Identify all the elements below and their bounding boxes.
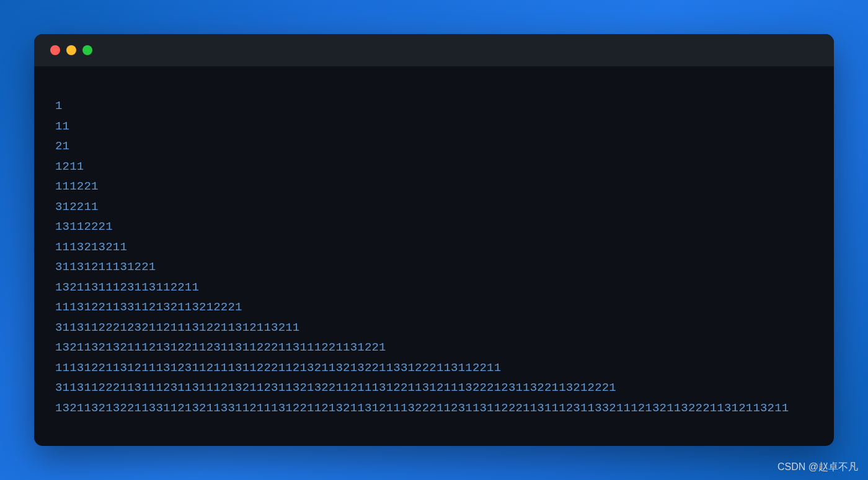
output-line: 1321132132211331121321133112111312211213… [55, 398, 813, 419]
output-line: 3113112221131112311311121321123113213221… [55, 378, 813, 398]
titlebar [34, 34, 834, 66]
output-line: 13211311123113112211 [55, 277, 813, 298]
output-line: 1113122113121113123112111311222112132113… [55, 358, 813, 378]
output-line: 1321132132111213122112311311222113111221… [55, 338, 813, 358]
output-line: 312211 [55, 197, 813, 217]
maximize-icon[interactable] [82, 45, 92, 55]
close-icon[interactable] [50, 45, 60, 55]
output-line: 1211 [55, 157, 813, 177]
output-line: 3113112221232112111312211312113211 [55, 318, 813, 338]
output-line: 1 [55, 96, 813, 116]
minimize-icon[interactable] [66, 45, 76, 55]
output-line: 1113213211 [55, 237, 813, 258]
output-line: 11131221133112132113212221 [55, 297, 813, 318]
terminal-content: 1 11 21 1211 111221 312211 13112221 1113… [34, 66, 834, 446]
output-line: 11 [55, 116, 813, 137]
output-line: 111221 [55, 177, 813, 197]
output-line: 31131211131221 [55, 257, 813, 277]
watermark: CSDN @赵卓不凡 [777, 461, 858, 474]
terminal-window: 1 11 21 1211 111221 312211 13112221 1113… [34, 34, 834, 446]
output-line: 21 [55, 136, 813, 157]
output-line: 13112221 [55, 217, 813, 237]
